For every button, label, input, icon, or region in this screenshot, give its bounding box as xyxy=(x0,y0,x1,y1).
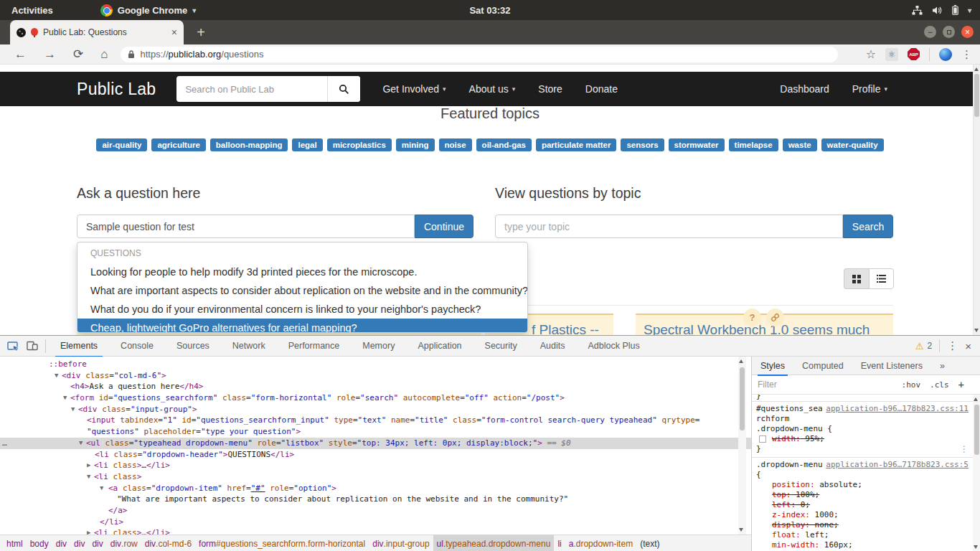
stylesheet-link[interactable]: application-b96…7178b823.css:5 xyxy=(826,460,969,470)
new-tab-button[interactable]: + xyxy=(191,23,211,42)
home-button[interactable]: ⌂ xyxy=(100,48,108,60)
devtools-tab-performance[interactable]: Performance xyxy=(277,336,352,357)
volume-icon[interactable] xyxy=(932,6,943,15)
topic-tag[interactable]: agriculture xyxy=(151,138,205,151)
dom-tree-row[interactable]: ▼<li class> xyxy=(0,471,751,483)
dom-tree-row[interactable]: </li> xyxy=(0,517,751,528)
site-nav-link[interactable]: Get Involved▾ xyxy=(371,83,457,95)
breadcrumb-item[interactable]: body xyxy=(27,535,52,551)
devtools-tab-adblock-plus[interactable]: Adblock Plus xyxy=(576,336,651,357)
styles-scrollbar[interactable] xyxy=(973,395,980,551)
scroll-down-arrow[interactable] xyxy=(739,528,743,532)
devtools-close-icon[interactable]: × xyxy=(965,340,971,352)
device-toolbar-icon[interactable] xyxy=(27,341,38,351)
adblock-extension-icon[interactable]: ABP xyxy=(908,48,920,60)
scroll-up-arrow[interactable] xyxy=(974,67,979,71)
devtools-tab-security[interactable]: Security xyxy=(473,336,529,357)
maximize-button[interactable] xyxy=(943,26,955,38)
scroll-down-arrow[interactable] xyxy=(974,545,978,549)
tree-expand-arrow[interactable]: ▼ xyxy=(71,404,75,415)
tree-expand-arrow[interactable]: ▼ xyxy=(55,370,58,382)
devtools-menu-icon[interactable]: ⋮ xyxy=(947,339,958,352)
property-checkbox[interactable] xyxy=(759,435,766,443)
sidebar-tab-styles[interactable]: Styles xyxy=(752,357,793,375)
site-search-button[interactable] xyxy=(328,76,360,102)
stylesheet-link[interactable]: application-b96…178b823.css:11 xyxy=(826,404,969,414)
topic-tag[interactable]: legal xyxy=(292,138,322,151)
scrollbar-thumb[interactable] xyxy=(740,367,745,430)
typeahead-item[interactable]: Looking for people to help modify 3d pri… xyxy=(77,263,527,281)
dom-tree-row[interactable]: </a> xyxy=(0,505,751,517)
topic-tag[interactable]: water-quality xyxy=(821,138,884,151)
reload-button[interactable]: ⟳ xyxy=(73,48,83,60)
topic-input[interactable] xyxy=(495,215,843,238)
typeahead-item[interactable]: Cheap, lightweight GoPro alternatives fo… xyxy=(77,319,527,333)
dom-tree-row[interactable]: ▶<li class>…</li> xyxy=(0,527,751,534)
tree-expand-arrow[interactable]: ▼ xyxy=(87,471,90,483)
question-card-title[interactable]: Spectral Workbench 1.0 seems much xyxy=(644,322,893,335)
minimize-button[interactable]: − xyxy=(924,26,936,38)
topic-tag[interactable]: sensors xyxy=(621,138,664,151)
elements-scrollbar[interactable] xyxy=(738,357,746,534)
css-property[interactable]: position: absolute; xyxy=(756,480,969,490)
forward-button[interactable]: → xyxy=(44,48,56,60)
devtools-tab-audits[interactable]: Audits xyxy=(529,336,577,357)
warning-icon[interactable]: ⚠ xyxy=(915,341,924,352)
topic-tag[interactable]: waste xyxy=(783,138,817,151)
devtools-tab-memory[interactable]: Memory xyxy=(351,336,406,357)
tab-close-icon[interactable]: × xyxy=(171,27,177,37)
topic-tag[interactable]: microplastics xyxy=(327,138,392,151)
dom-tree-row[interactable]: ::before xyxy=(0,359,751,370)
devtools-tab-console[interactable]: Console xyxy=(109,336,165,357)
tree-expand-arrow[interactable]: ▼ xyxy=(100,483,103,494)
dom-tree-row[interactable]: <input tabindex="1" id="questions_search… xyxy=(0,415,751,426)
devtools-tab-network[interactable]: Network xyxy=(221,336,277,357)
system-caret-icon[interactable]: ▾ xyxy=(968,6,971,14)
devtools-tab-application[interactable]: Application xyxy=(406,336,473,357)
hover-state-button[interactable]: :hov xyxy=(902,380,921,390)
dom-tree-row[interactable]: "What are important aspects to consider … xyxy=(0,494,751,505)
close-window-button[interactable]: × xyxy=(961,26,974,38)
breadcrumb-item[interactable]: div xyxy=(52,535,70,551)
topic-tag[interactable]: noise xyxy=(439,138,472,151)
scroll-up-arrow[interactable] xyxy=(974,397,978,401)
css-property[interactable]: width: 95%; xyxy=(756,434,969,444)
search-button[interactable]: Search xyxy=(843,215,893,238)
back-button[interactable]: ← xyxy=(14,48,27,60)
breadcrumb-item[interactable]: div.col-md-6 xyxy=(141,535,195,551)
site-nav-link[interactable]: Donate xyxy=(574,83,629,95)
sidebar-tab-event-listeners[interactable]: Event Listeners xyxy=(852,357,931,375)
battery-icon[interactable] xyxy=(952,5,958,15)
dom-tree-row[interactable]: ▼<div class="input-group"> xyxy=(0,404,751,415)
tree-expand-arrow[interactable]: ▼ xyxy=(79,438,83,449)
breadcrumb-item[interactable]: div xyxy=(88,535,106,551)
breadcrumb-item[interactable]: form#questions_searchform.form-horizonta… xyxy=(195,535,369,551)
dom-tree-row[interactable]: ▼<div class="col-md-6"> xyxy=(0,370,751,382)
question-card-title[interactable]: f Plastics -- xyxy=(532,322,613,335)
topic-tag[interactable]: mining xyxy=(396,138,435,151)
site-nav-link[interactable]: Dashboard xyxy=(768,83,841,95)
app-menu[interactable]: Google Chrome ▾ xyxy=(100,4,197,17)
sidebar-tab-computed[interactable]: Computed xyxy=(793,357,852,375)
scrollbar-thumb[interactable] xyxy=(974,74,979,117)
breadcrumb-item[interactable]: (text) xyxy=(636,535,663,551)
grid-view-button[interactable] xyxy=(844,268,869,289)
topic-tag[interactable]: timelapse xyxy=(729,138,778,151)
sidebar-tab--[interactable]: » xyxy=(931,357,953,375)
dom-tree-row[interactable]: <h4>Ask a question here</h4> xyxy=(0,381,751,392)
topic-tag[interactable]: oil-and-gas xyxy=(476,138,532,151)
browser-menu-icon[interactable]: ⋮ xyxy=(961,48,972,61)
activities-button[interactable]: Activities xyxy=(11,5,53,16)
question-card[interactable]: Spectral Workbench 1.0 seems much xyxy=(636,314,893,335)
scroll-up-arrow[interactable] xyxy=(739,359,743,363)
dom-tree-row[interactable]: ▼…<ul class="typeahead dropdown-menu" ro… xyxy=(0,438,751,449)
typeahead-item[interactable]: What are important aspects to consider a… xyxy=(77,281,527,300)
breadcrumb-item[interactable]: html xyxy=(3,535,27,551)
inspect-element-icon[interactable] xyxy=(7,341,19,352)
css-property[interactable]: z-index: 1000; xyxy=(756,510,969,520)
topic-tag[interactable]: stormwater xyxy=(669,138,725,151)
breadcrumb-item[interactable]: div.input-group xyxy=(369,535,433,551)
topic-tag[interactable]: particulate matter xyxy=(536,138,617,151)
browser-tab[interactable]: Public Lab: Questions × xyxy=(10,20,184,44)
dom-tree-row[interactable]: ▼<form id="questions_searchform" class="… xyxy=(0,392,751,404)
